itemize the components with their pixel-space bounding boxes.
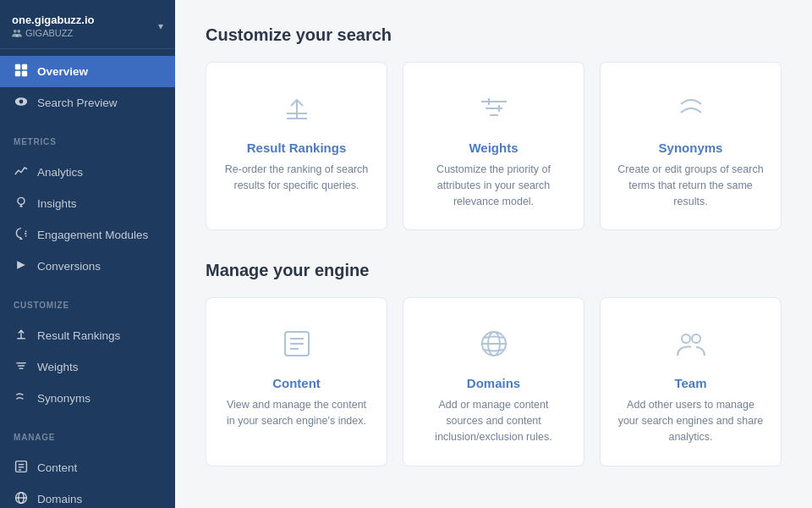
org-icon [12, 28, 22, 38]
card-content[interactable]: Content View and manage the content in y… [206, 297, 387, 466]
engagement-icon [14, 227, 29, 243]
sidebar-item-analytics[interactable]: Analytics [0, 157, 175, 188]
sidebar-item-content[interactable]: Content [0, 452, 175, 483]
sidebar-item-analytics-label: Analytics [37, 166, 83, 179]
result-rankings-icon [14, 328, 29, 344]
content-card-desc: View and manage the content in your sear… [223, 397, 370, 429]
manage-cards-grid: Content View and manage the content in y… [206, 297, 782, 466]
overview-icon [14, 64, 29, 80]
domains-card-icon [472, 322, 516, 366]
svg-rect-5 [22, 71, 27, 76]
conversions-icon [14, 258, 29, 274]
weights-card-title: Weights [469, 141, 518, 155]
domain-label: one.gigabuzz.io [12, 14, 95, 26]
result-rankings-card-title: Result Rankings [247, 141, 347, 155]
synonyms-card-icon [669, 86, 713, 130]
sidebar-item-conversions[interactable]: Conversions [0, 251, 175, 282]
main-content: Customize your search Result Rankings Re… [175, 0, 812, 508]
sidebar-item-synonyms[interactable]: Synonyms [0, 383, 175, 414]
sidebar-nav-metrics: Analytics Insights Engagement Modules Co… [0, 150, 175, 289]
weights-icon [14, 359, 29, 375]
sidebar-header[interactable]: one.gigabuzz.io GIGABUZZ ▾ [0, 0, 175, 49]
result-rankings-card-icon [275, 86, 319, 130]
sidebar-item-search-preview[interactable]: Search Preview [0, 87, 175, 119]
sidebar-item-result-rankings[interactable]: Result Rankings [0, 320, 175, 351]
sidebar-item-insights[interactable]: Insights [0, 188, 175, 219]
customize-cards-grid: Result Rankings Re-order the ranking of … [206, 62, 782, 230]
org-label: GIGABUZZ [12, 28, 95, 38]
section2-title: Manage your engine [206, 261, 782, 280]
sidebar-item-weights[interactable]: Weights [0, 351, 175, 383]
sidebar-item-engagement-modules-label: Engagement Modules [37, 229, 148, 241]
sidebar-item-weights-label: Weights [37, 361, 79, 373]
analytics-icon [14, 164, 29, 180]
sidebar-nav-top: Overview Search Preview [0, 49, 175, 125]
svg-point-40 [692, 334, 700, 343]
sidebar-nav-customize: Result Rankings Weights Synonyms [0, 313, 175, 421]
card-result-rankings[interactable]: Result Rankings Re-order the ranking of … [206, 62, 387, 230]
content-card-icon [275, 322, 319, 366]
domains-icon [14, 491, 29, 507]
sidebar-item-overview[interactable]: Overview [0, 56, 175, 87]
content-card-title: Content [272, 376, 321, 390]
sidebar-item-insights-label: Insights [37, 197, 77, 210]
synonyms-icon [14, 390, 29, 406]
team-card-title: Team [674, 376, 706, 390]
svg-point-7 [19, 100, 24, 104]
sidebar-nav-manage: Content Domains [0, 445, 175, 508]
svg-rect-3 [22, 64, 27, 69]
team-card-desc: Add other users to manage your search en… [617, 397, 764, 444]
sidebar-item-domains[interactable]: Domains [0, 483, 175, 508]
svg-rect-4 [15, 71, 20, 76]
domains-card-desc: Add or manage content sources and conten… [420, 397, 567, 444]
svg-point-39 [682, 334, 690, 343]
sidebar-item-synonyms-label: Synonyms [37, 392, 91, 405]
chevron-down-icon[interactable]: ▾ [158, 20, 163, 32]
sidebar-item-result-rankings-label: Result Rankings [37, 329, 120, 342]
svg-point-8 [18, 197, 25, 204]
metrics-section-label: METRICS [0, 125, 175, 150]
svg-point-0 [14, 30, 17, 33]
sidebar-item-content-label: Content [37, 461, 77, 474]
svg-marker-11 [17, 261, 25, 269]
synonyms-card-title: Synonyms [659, 141, 723, 155]
domains-card-title: Domains [467, 376, 520, 390]
result-rankings-card-desc: Re-order the ranking of search results f… [223, 162, 370, 194]
svg-point-1 [17, 30, 20, 33]
eye-icon [14, 95, 29, 111]
synonyms-card-desc: Create or edit groups of search terms th… [617, 162, 764, 209]
sidebar-item-conversions-label: Conversions [37, 260, 101, 273]
insights-icon [14, 196, 29, 212]
card-synonyms[interactable]: Synonyms Create or edit groups of search… [600, 62, 782, 230]
sidebar-item-domains-label: Domains [37, 493, 82, 505]
section1-title: Customize your search [206, 25, 782, 45]
manage-section-label: MANAGE [0, 421, 175, 445]
weights-card-desc: Customize the priority of attributes in … [420, 162, 567, 209]
brand-info: one.gigabuzz.io GIGABUZZ [12, 14, 95, 38]
card-team[interactable]: Team Add other users to manage your sear… [600, 297, 782, 466]
content-icon [14, 460, 29, 476]
customize-section-label: CUSTOMIZE [0, 289, 175, 313]
weights-card-icon [472, 86, 516, 130]
sidebar-item-search-preview-label: Search Preview [37, 97, 118, 109]
sidebar: one.gigabuzz.io GIGABUZZ ▾ Overview Sear… [0, 0, 175, 508]
svg-rect-2 [15, 64, 20, 69]
card-weights[interactable]: Weights Customize the priority of attrib… [403, 62, 584, 230]
sidebar-item-engagement-modules[interactable]: Engagement Modules [0, 219, 175, 251]
team-card-icon [669, 322, 713, 366]
sidebar-item-overview-label: Overview [37, 65, 88, 78]
card-domains[interactable]: Domains Add or manage content sources an… [403, 297, 584, 466]
